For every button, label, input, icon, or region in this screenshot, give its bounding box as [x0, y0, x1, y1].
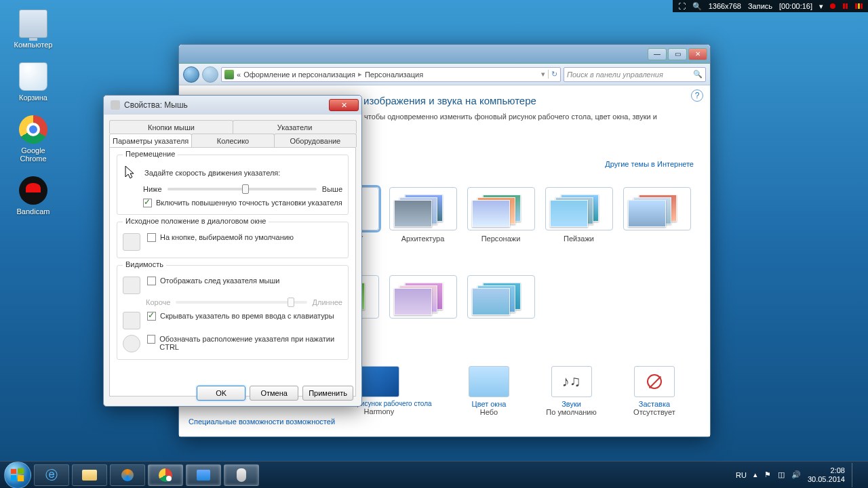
start-button[interactable] — [4, 462, 31, 489]
checkbox-hide-typing[interactable] — [147, 312, 156, 321]
link-online-themes[interactable]: Другие темы в Интернете — [605, 160, 694, 168]
pause-icon[interactable] — [842, 2, 848, 10]
checkbox-snap[interactable] — [147, 233, 156, 242]
card-sounds[interactable]: ♪♫ Звуки По умолчанию — [546, 366, 596, 416]
tab-pointers[interactable]: Указатели — [233, 120, 357, 134]
minimize-button[interactable]: — — [648, 48, 667, 60]
refresh-icon[interactable]: ↻ — [548, 70, 557, 79]
theme-item[interactable] — [620, 187, 694, 243]
group-visibility: Видимость Отображать след указателя мыши… — [117, 265, 349, 360]
bandicam-icon — [19, 176, 47, 205]
tray-network-icon[interactable]: ◫ — [778, 470, 785, 479]
tab-buttons[interactable]: Кнопки мыши — [109, 120, 233, 134]
close-button[interactable]: ✕ — [329, 99, 359, 111]
chart-icon — [854, 2, 863, 10]
group-motion: Перемещение Задайте скорость движения ук… — [117, 155, 349, 215]
tray-lang[interactable]: RU — [736, 471, 747, 479]
tray-clock[interactable]: 2:08 30.05.2014 — [808, 466, 845, 484]
folder-icon — [82, 470, 97, 481]
breadcrumb[interactable]: Оформление и персонализация — [243, 70, 355, 79]
theme-item[interactable]: Пейзажи — [542, 187, 616, 243]
ctrl-locate-icon — [123, 335, 140, 352]
recorder-time: [00:00:16] — [779, 2, 812, 10]
record-icon[interactable] — [830, 3, 835, 9]
svg-rect-2 — [11, 475, 16, 481]
close-button[interactable]: ✕ — [688, 48, 707, 60]
dialog-mouse-properties[interactable]: Свойства: Мышь ✕ Кнопки мыши Указатели П… — [103, 95, 362, 407]
monitor-icon — [19, 9, 47, 38]
apply-button[interactable]: Применить — [302, 386, 353, 401]
trail-slider — [176, 301, 307, 304]
group-snap: Исходное положение в диалоговом окне На … — [117, 222, 349, 258]
cancel-button[interactable]: Отмена — [250, 386, 298, 401]
card-screensaver[interactable]: Заставка Отсутствует — [633, 366, 675, 416]
tray-flag-icon[interactable]: ⚑ — [764, 470, 771, 479]
color-icon — [469, 366, 509, 397]
address-bar[interactable]: « Оформление и персонализация ▸ Персонал… — [221, 67, 561, 82]
tray-volume-icon[interactable]: 🔊 — [791, 470, 801, 479]
trails-icon — [123, 277, 140, 294]
desktop-icon-chrome[interactable]: Google Chrome — [9, 115, 57, 163]
checkbox-precision[interactable] — [143, 199, 152, 207]
card-color[interactable]: Цвет окна Небо — [469, 366, 509, 416]
fullscreen-icon[interactable]: ⛶ — [678, 2, 686, 10]
personalize-icon — [197, 470, 210, 481]
checkbox-trails[interactable] — [147, 277, 156, 285]
ok-button[interactable]: OK — [197, 386, 245, 401]
tab-hardware[interactable]: Оборудование — [274, 134, 357, 147]
tab-pointer-options[interactable]: Параметры указателя — [109, 134, 192, 147]
help-icon[interactable]: ? — [691, 89, 703, 102]
search-icon: 🔍 — [693, 70, 703, 79]
sounds-icon: ♪♫ — [551, 366, 592, 397]
theme-item[interactable] — [386, 275, 460, 323]
search-input[interactable]: Поиск в панели управления 🔍 — [564, 67, 706, 82]
wmp-icon — [121, 469, 134, 481]
tab-wheel[interactable]: Колесико — [191, 134, 274, 147]
chrome-icon — [19, 115, 47, 144]
theme-item[interactable] — [464, 275, 538, 323]
taskbar-personalization[interactable] — [186, 464, 221, 486]
svg-rect-1 — [18, 468, 24, 473]
taskbar-chrome[interactable] — [148, 464, 183, 486]
hide-typing-icon — [123, 312, 140, 329]
desktop-icon-bandicam[interactable]: Bandicam — [9, 176, 57, 216]
recorder-label: Запись — [748, 2, 772, 10]
magnify-icon[interactable]: 🔍 — [692, 2, 702, 11]
taskbar-mouse[interactable] — [224, 464, 259, 486]
recorder-dropdown-icon[interactable]: ▾ — [819, 2, 823, 11]
taskbar-explorer[interactable] — [72, 464, 107, 486]
theme-item[interactable]: Персонажи — [464, 187, 538, 243]
recorder-bar: ⛶ 🔍 1366x768 Запись [00:00:16] ▾ — [673, 0, 868, 12]
recorder-resolution: 1366x768 — [709, 2, 741, 10]
taskbar-ie[interactable]: ⓔ — [34, 464, 69, 486]
taskbar[interactable]: ⓔ RU ▴ ⚑ ◫ 🔊 2:08 30.05.2014 — [0, 461, 868, 488]
mouse-icon — [111, 100, 120, 110]
desktop-icon-computer[interactable]: Компьютер — [9, 9, 57, 49]
sidebar-link-accessibility[interactable]: Специальные возможности возможностей — [189, 418, 335, 426]
svg-rect-0 — [11, 468, 16, 473]
desktop-icon-recyclebin[interactable]: Корзина — [9, 62, 57, 102]
speed-slider[interactable] — [167, 188, 317, 190]
page-subtitle: Выберите тему, чтобы одновременно измени… — [308, 113, 674, 129]
chrome-icon — [159, 468, 172, 482]
dialog-title: Свойства: Мышь — [124, 100, 329, 110]
windows-icon — [10, 468, 25, 483]
screensaver-icon — [634, 366, 675, 397]
wallpaper-icon — [359, 366, 399, 397]
taskbar-wmp[interactable] — [110, 464, 145, 486]
snap-icon — [123, 233, 140, 251]
breadcrumb[interactable]: Персонализация — [365, 70, 423, 79]
recyclebin-icon — [19, 62, 47, 91]
svg-rect-3 — [18, 475, 24, 481]
ie-icon: ⓔ — [45, 467, 58, 483]
tray-chevron-icon[interactable]: ▴ — [753, 470, 757, 479]
maximize-button[interactable]: ▭ — [668, 48, 687, 60]
nav-forward-icon[interactable] — [202, 66, 218, 83]
checkbox-ctrl-locate[interactable] — [147, 335, 155, 344]
theme-item[interactable]: Архитектура — [386, 187, 460, 243]
nav-back-icon[interactable] — [183, 66, 199, 83]
pointer-speed-icon — [123, 165, 139, 181]
control-panel-icon — [224, 70, 234, 79]
mouse-icon — [237, 468, 246, 482]
show-desktop-button[interactable] — [852, 463, 860, 487]
